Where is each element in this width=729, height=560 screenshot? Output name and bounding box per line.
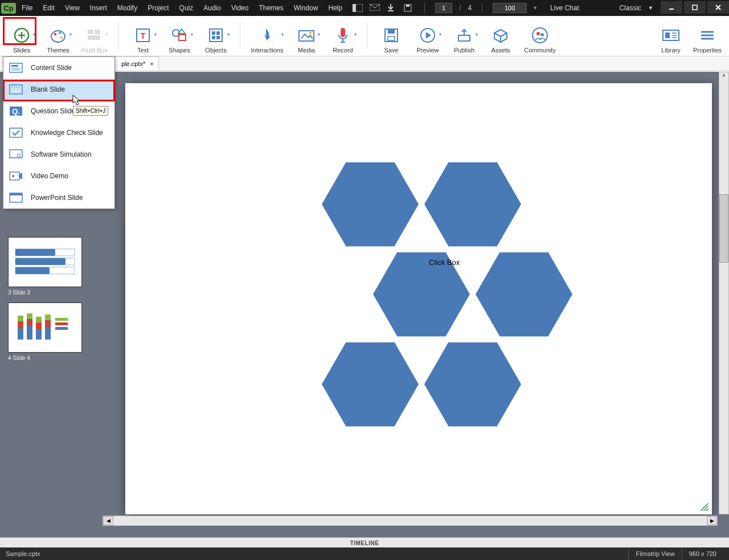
ribbon-publish[interactable]: ▾Publish <box>446 18 482 54</box>
svg-rect-22 <box>212 31 215 35</box>
close-tab-icon[interactable]: × <box>150 60 153 67</box>
slide-thumb-4[interactable] <box>8 303 82 353</box>
ribbon-library[interactable]: Library <box>653 18 689 54</box>
ribbon-themes[interactable]: ▾Themes <box>40 18 76 54</box>
slides-dropdown-menu: Content Slide Blank Slide Q. Question Sl… <box>3 56 115 209</box>
resize-handle-icon[interactable] <box>701 503 708 511</box>
svg-rect-52 <box>18 321 23 328</box>
svg-rect-70 <box>10 85 22 94</box>
svg-rect-51 <box>18 328 23 340</box>
svg-rect-54 <box>27 325 32 340</box>
menu-modify[interactable]: Modify <box>113 1 142 15</box>
svg-point-10 <box>51 31 65 42</box>
ribbon-text[interactable]: T ▾Text <box>125 18 161 54</box>
save-icon[interactable] <box>404 4 414 12</box>
svg-rect-23 <box>216 31 220 35</box>
workspace-switcher[interactable]: Classic▼ <box>616 2 653 14</box>
zoom-select[interactable]: 100 <box>493 3 527 13</box>
status-view-mode[interactable]: Filmstrip View <box>628 547 681 560</box>
hexagon-2[interactable] <box>424 162 521 247</box>
ribbon-record[interactable]: ▾Record <box>325 18 361 54</box>
ribbon-fluidbox: ▾Fluid Box <box>76 18 113 54</box>
vertical-scrollbar[interactable]: ▲ <box>719 72 729 514</box>
page-current-input[interactable] <box>435 3 452 13</box>
svg-rect-80 <box>10 193 22 195</box>
menu-view[interactable]: View <box>60 1 84 15</box>
svg-rect-14 <box>88 30 93 34</box>
svg-rect-25 <box>216 36 220 39</box>
menu-edit[interactable]: Edit <box>38 1 59 15</box>
mail-icon[interactable] <box>370 4 380 12</box>
svg-rect-4 <box>406 5 409 7</box>
page-sep: / <box>459 4 461 12</box>
ribbon-objects[interactable]: ▾Objects <box>198 18 234 54</box>
svg-rect-1 <box>353 4 356 12</box>
live-chat-link[interactable]: Live Chat <box>550 4 579 12</box>
svg-rect-30 <box>388 29 395 34</box>
menu-video-demo[interactable]: Video Demo <box>3 165 114 187</box>
menu-themes[interactable]: Themes <box>254 1 288 15</box>
menu-content-slide[interactable]: Content Slide <box>3 57 114 79</box>
svg-rect-64 <box>55 322 68 325</box>
menu-software-simulation[interactable]: Software Simulation <box>3 144 114 165</box>
svg-rect-77 <box>10 172 19 180</box>
svg-rect-55 <box>27 319 32 325</box>
svg-rect-57 <box>36 329 42 340</box>
svg-rect-15 <box>95 30 100 34</box>
menu-project[interactable]: Project <box>143 1 173 15</box>
menu-video[interactable]: Video <box>227 1 253 15</box>
shortcut-tooltip: Shift+Ctrl+J <box>73 106 108 116</box>
slide-thumb-3[interactable] <box>8 237 82 287</box>
svg-rect-46 <box>15 249 55 256</box>
layout-icon[interactable] <box>353 4 363 12</box>
document-tab[interactable]: ple.cptx* × <box>114 56 159 71</box>
menu-insert[interactable]: Insert <box>85 1 112 15</box>
ribbon-properties[interactable]: Properties <box>689 18 726 54</box>
svg-rect-63 <box>55 318 68 321</box>
svg-rect-60 <box>45 327 51 340</box>
maximize-button[interactable] <box>684 1 706 14</box>
click-box-label: Click Box <box>429 258 460 267</box>
close-button[interactable] <box>707 1 729 14</box>
menu-blank-slide-label: Blank Slide <box>31 85 65 93</box>
timeline-panel-header[interactable]: TIMELINE <box>0 537 729 549</box>
menu-quiz[interactable]: Quiz <box>175 1 198 15</box>
slide-canvas[interactable]: Click Box <box>125 83 712 514</box>
ribbon-preview[interactable]: ▾Preview <box>409 18 446 54</box>
horizontal-scrollbar[interactable]: ◀ ▶ <box>103 516 718 526</box>
ribbon-toolbar: ▾Slides ▾Themes ▾Fluid Box T ▾Text ▾Shap… <box>0 16 729 56</box>
download-icon[interactable] <box>387 4 397 12</box>
ribbon-save[interactable]: Save <box>373 18 409 54</box>
svg-point-78 <box>12 175 14 177</box>
menu-content-slide-label: Content Slide <box>31 64 72 72</box>
ribbon-community[interactable]: Community <box>519 18 561 54</box>
ribbon-interactions[interactable]: ▾Interactions <box>246 18 288 54</box>
menu-powerpoint-slide[interactable]: PowerPoint Slide <box>3 187 114 209</box>
ribbon-slides[interactable]: ▾Slides <box>3 18 40 54</box>
ribbon-shapes[interactable]: ▾Shapes <box>161 18 198 54</box>
svg-rect-66 <box>10 63 22 72</box>
svg-rect-61 <box>45 320 51 327</box>
minimize-button[interactable] <box>661 1 682 14</box>
menu-help[interactable]: Help <box>323 1 347 15</box>
ribbon-media[interactable]: ▾Media <box>288 18 325 54</box>
menu-knowledge-check[interactable]: Knowledge Check Slide <box>3 122 114 144</box>
menu-audio[interactable]: Audio <box>199 1 226 15</box>
hexagon-5[interactable] <box>322 342 419 427</box>
hexagon-4[interactable] <box>476 252 572 337</box>
hexagon-6[interactable] <box>424 342 521 427</box>
hexagon-1[interactable] <box>322 162 419 247</box>
ribbon-assets[interactable]: Assets <box>482 18 519 54</box>
svg-rect-6 <box>693 5 697 10</box>
menu-window[interactable]: Window <box>289 1 323 15</box>
svg-rect-62 <box>45 314 51 320</box>
menu-file[interactable]: File <box>17 1 37 15</box>
svg-rect-59 <box>36 317 42 322</box>
svg-rect-33 <box>458 35 470 41</box>
menu-video-demo-label: Video Demo <box>31 172 68 180</box>
menu-blank-slide[interactable]: Blank Slide <box>3 79 114 100</box>
status-dimensions: 960 x 720 <box>682 547 723 560</box>
svg-rect-67 <box>11 65 18 67</box>
slide-thumb-3-label: 3 Slide 3 <box>8 289 103 296</box>
menu-software-sim-label: Software Simulation <box>31 150 92 158</box>
